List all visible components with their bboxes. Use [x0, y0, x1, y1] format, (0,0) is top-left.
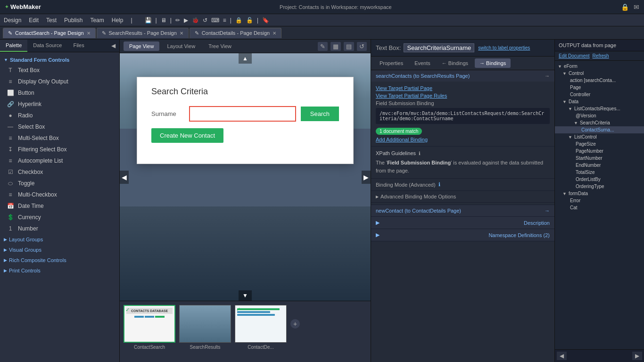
- binding-section-ns-header[interactable]: ▶ Namespace Definitions (2): [371, 229, 554, 241]
- view-target-partial-page-link[interactable]: View Target Partial Page: [376, 85, 550, 91]
- dt-controller[interactable]: Controller: [555, 91, 644, 98]
- tree-nav-right[interactable]: ▶: [632, 352, 642, 360]
- unlock-icon[interactable]: 🔓: [246, 17, 253, 24]
- view-tab-tree[interactable]: Tree View: [203, 41, 237, 51]
- palette-toggle-btn[interactable]: ◀: [107, 40, 119, 52]
- dt-totalsize[interactable]: TotalSize: [555, 169, 644, 176]
- edit-document-btn[interactable]: Edit Document: [559, 53, 590, 58]
- match-badge[interactable]: 1 document match: [376, 128, 422, 135]
- binding-section-search-header[interactable]: searchContacts (to SearchResults Page) →: [371, 70, 554, 82]
- palette-item-number[interactable]: 1 Number: [0, 223, 119, 234]
- menu-test[interactable]: Test: [46, 17, 57, 24]
- right-tab-properties[interactable]: Properties: [375, 58, 408, 68]
- switch-to-label[interactable]: switch to label properties: [478, 45, 530, 50]
- dt-pagenumber[interactable]: PageNumber: [555, 148, 644, 155]
- palette-item-currency[interactable]: 💲 Currency: [0, 212, 119, 223]
- palette-item-checkbox[interactable]: ☑ Checkbox: [0, 166, 119, 178]
- palette-item-radio[interactable]: ● Radio: [0, 110, 119, 121]
- palette-tab-files[interactable]: Files: [67, 40, 90, 52]
- view-target-partial-page-rules-link[interactable]: View Target Partial Page Rules: [376, 93, 550, 99]
- tab-close-1[interactable]: ✕: [87, 31, 91, 36]
- palette-section-standard[interactable]: ▼ Standard Form Controls: [0, 55, 119, 65]
- palette-item-textbox[interactable]: T Text Box: [0, 65, 119, 76]
- view-refresh-icon[interactable]: ↺: [357, 42, 367, 51]
- run-icon[interactable]: ▶: [184, 17, 188, 24]
- lock2-icon[interactable]: 🔒: [235, 17, 242, 24]
- dt-pagesize[interactable]: PageSize: [555, 140, 644, 148]
- refresh-btn[interactable]: Refresh: [593, 53, 609, 58]
- palette-item-multicheckbox[interactable]: ≡ Multi-Checkbox: [0, 189, 119, 200]
- palette-item-button[interactable]: ⬜ Button: [0, 87, 119, 99]
- dt-control[interactable]: ▼Control: [555, 70, 644, 77]
- palette-group-visual[interactable]: ▶ Visual Groups: [0, 245, 119, 255]
- thumb-contact-search[interactable]: ✓ CONTACTS DATABASE ContactSearch: [124, 305, 175, 350]
- add-page-button[interactable]: +: [290, 319, 300, 329]
- right-tab-events[interactable]: Events: [410, 58, 435, 68]
- code-icon[interactable]: ⌨: [211, 17, 219, 24]
- menu-publish[interactable]: Publish: [64, 17, 83, 24]
- surname-input[interactable]: [189, 106, 296, 122]
- menu-edit[interactable]: Edit: [29, 17, 39, 24]
- canvas-nav-down[interactable]: ▼: [239, 290, 252, 301]
- canvas-nav-left[interactable]: ◀: [120, 171, 129, 184]
- add-binding-link[interactable]: Add Additional Binding: [376, 137, 550, 142]
- dt-orderlistby[interactable]: OrderListBy: [555, 176, 644, 183]
- palette-item-display[interactable]: ≡ Display Only Output: [0, 76, 119, 87]
- palette-item-multiselect[interactable]: ≡ Multi-Select Box: [0, 132, 119, 144]
- dt-startnumber[interactable]: StartNumber: [555, 155, 644, 162]
- canvas-nav-right[interactable]: ▶: [362, 171, 371, 184]
- palette-item-hyperlink[interactable]: 🔗 Hyperlink: [0, 99, 119, 110]
- binding-mode-section[interactable]: Binding Mode (Advanced) ℹ: [371, 179, 554, 191]
- xpath-info-icon[interactable]: ℹ: [419, 151, 421, 156]
- tab-close-2[interactable]: ✕: [180, 31, 183, 36]
- menu-help[interactable]: Help: [112, 17, 124, 24]
- create-contact-button[interactable]: Create New Contact: [151, 128, 223, 143]
- menu-team[interactable]: Team: [90, 17, 104, 24]
- binding-section-new-contact-header[interactable]: newContact (to ContactDetails Page) →: [371, 205, 554, 216]
- view-tab-layout[interactable]: Layout View: [161, 41, 201, 51]
- view-edit-icon[interactable]: ✎: [318, 42, 328, 51]
- view-tab-page[interactable]: Page View: [124, 41, 159, 51]
- dt-error[interactable]: Error: [555, 197, 644, 204]
- palette-item-toggle[interactable]: ⬭ Toggle: [0, 178, 119, 189]
- palette-item-autocomplete[interactable]: ≡ Autocomplete List: [0, 155, 119, 166]
- canvas-nav-up[interactable]: ▲: [239, 53, 252, 64]
- search-button[interactable]: Search: [301, 107, 339, 121]
- dt-action[interactable]: action [searchConta...: [555, 77, 644, 84]
- adv-binding-btn[interactable]: Advanced Binding Mode Options: [376, 194, 550, 199]
- right-tab-bindings-in[interactable]: ← Bindings: [437, 58, 473, 68]
- list-icon[interactable]: ≡: [223, 17, 226, 24]
- binding-section-desc-header[interactable]: ▶ Description: [371, 217, 554, 229]
- thumb-contact-details[interactable]: ✓ ContactDe...: [235, 305, 287, 350]
- dt-data[interactable]: ▼Data: [555, 98, 644, 105]
- tab-contact-search[interactable]: ✎ ContactSearch - Page Design ✕: [3, 28, 96, 38]
- tab-contact-details[interactable]: ✎ ContactDetails - Page Design ✕: [190, 28, 281, 38]
- dt-orderingtype[interactable]: OrderingType: [555, 183, 644, 190]
- thumb-search-results[interactable]: SearchResults: [179, 305, 231, 350]
- palette-item-datetime[interactable]: 📅 Date Time: [0, 200, 119, 212]
- dt-page[interactable]: Page: [555, 84, 644, 91]
- dt-eform[interactable]: ▼eForm: [555, 63, 644, 70]
- refresh-icon[interactable]: ↺: [203, 17, 207, 24]
- dt-contactsurna[interactable]: ContactSurna...: [555, 126, 644, 133]
- palette-item-filtering[interactable]: ↧ Filtering Select Box: [0, 144, 119, 155]
- debug-icon[interactable]: 🐞: [192, 17, 199, 24]
- dt-listcontacts[interactable]: ▼ListContactsReques...: [555, 105, 644, 112]
- tab-close-3[interactable]: ✕: [272, 31, 276, 36]
- tab-search-results[interactable]: ✎ SearchResults - Page Design ✕: [97, 28, 189, 38]
- palette-group-layout[interactable]: ▶ Layout Groups: [0, 234, 119, 245]
- view-cols-icon[interactable]: ▤: [344, 42, 354, 51]
- edit-icon[interactable]: ✏: [175, 17, 180, 24]
- binding-mode-info[interactable]: ℹ: [438, 181, 440, 188]
- dt-cat[interactable]: Cat: [555, 204, 644, 211]
- tree-nav-left[interactable]: ◀: [557, 352, 567, 360]
- menu-design[interactable]: Design: [4, 17, 21, 24]
- dt-searchcriteria[interactable]: ▼SearchCriteria: [555, 119, 644, 126]
- dt-listcontrol[interactable]: ▼ListControl: [555, 133, 644, 140]
- palette-item-select[interactable]: — Select Box: [0, 121, 119, 132]
- dt-formdata[interactable]: ▼formData: [555, 190, 644, 197]
- palette-tab-palette[interactable]: Palette: [0, 40, 27, 52]
- view-grid-icon[interactable]: ▦: [330, 42, 341, 51]
- palette-tab-datasource[interactable]: Data Source: [27, 40, 67, 52]
- dt-endnumber[interactable]: EndNumber: [555, 162, 644, 169]
